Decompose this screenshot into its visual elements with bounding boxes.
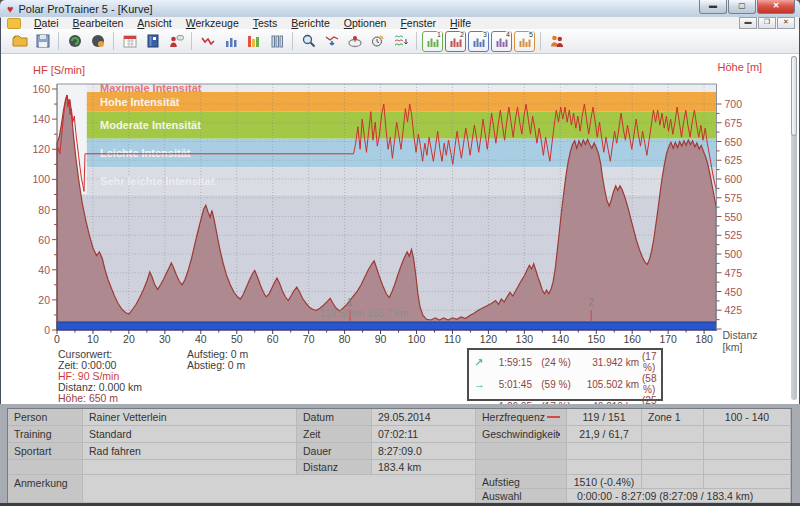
transfer-from-device-button[interactable] [64,31,85,52]
svg-text:50: 50 [231,333,243,345]
lap-annotation: 119 S/min 183.7 km [320,308,408,319]
zoom-1-1-button[interactable] [298,31,319,52]
transfer-to-device-button[interactable] [87,31,108,52]
save-icon [35,33,51,49]
svg-text:150: 150 [587,333,605,345]
empty-cell [704,475,791,489]
svg-text:120: 120 [32,143,50,155]
child-minimize-button[interactable]: ▬ [739,17,757,29]
bar-graph-view-icon [223,33,239,49]
empty-cell [476,460,567,475]
person-info-button[interactable] [165,31,186,52]
child-close-button[interactable]: ✕ [777,17,795,29]
uphill-distance: 31.942 km [576,357,642,368]
multi-curves-button[interactable] [390,31,411,52]
svg-text:140: 140 [32,113,50,125]
curve-view-button[interactable] [197,31,218,52]
bar-graph-view-button[interactable] [220,31,241,52]
maximize-button[interactable]: ▢ [728,0,756,14]
svg-text:40: 40 [195,333,207,345]
menu-fenster[interactable]: Fenster [393,17,443,29]
selection-value: 0:00:00 - 8:27:09 (8:27:09 / 183.4 km) [567,489,791,503]
altitude-axis: 425450475500525550575600625650675700 [717,98,743,329]
distance-axis: 0102030405060708090100110120130140150160… [54,330,713,345]
child-restore-button[interactable]: ❐ [758,17,776,29]
svg-text:100: 100 [32,173,50,185]
save-button[interactable] [32,31,53,52]
empty-cell [642,443,704,460]
menu-berichte[interactable]: Berichte [284,17,337,29]
svg-text:60: 60 [38,234,50,246]
empty-cell [567,460,642,475]
title-bar[interactable]: ♥ Polar ProTrainer 5 - [Kurve] [0,0,800,18]
time-scale-icon [370,33,386,49]
distance-axis-title: Distanz [723,329,758,341]
ascent-value: 1510 (-0.4%) [567,475,642,489]
percent-view-button[interactable] [243,31,264,52]
calendar-icon [122,33,138,49]
svg-text:650: 650 [725,136,743,148]
reduce-curve-button[interactable] [321,31,342,52]
toolbar-separator [416,32,417,50]
diary-button[interactable] [142,31,163,52]
time-value: 07:02:11 [372,426,476,443]
uphill-time-pct: (24 %) [536,357,576,368]
note-value[interactable] [83,475,476,503]
flat-distance-pct: (58 %) [642,373,656,395]
menu-ansicht[interactable]: Ansicht [130,17,178,29]
svg-text:160: 160 [32,83,50,95]
vertical-scrollbar[interactable] [791,56,797,400]
compare-people-button[interactable] [546,31,567,52]
menu-werkzeuge[interactable]: Werkzeuge [179,17,246,29]
svg-text:450: 450 [725,286,743,298]
menu-hilfe[interactable]: Hilfe [443,17,478,29]
menu-tests[interactable]: Tests [246,17,285,29]
speed-value: 21,9 / 61,7 [567,426,642,443]
percent-view-icon [246,33,262,49]
curve-view-icon [200,33,216,49]
training-value: Standard [83,426,297,443]
menu-optionen[interactable]: Optionen [337,17,394,29]
flat-distance: 105.502 km [576,379,642,390]
heart-rate-label: Herzfrequenz [476,409,567,426]
child-window-icon[interactable] [7,18,21,29]
preset-view-3-button[interactable]: 3 [468,31,489,52]
sport-label: Sportart [8,443,83,460]
svg-text:80: 80 [38,204,50,216]
svg-text:550: 550 [725,211,743,223]
open-file-button[interactable] [9,31,30,52]
menu-bearbeiten[interactable]: Bearbeiten [66,17,131,29]
preset-view-4-button[interactable]: 4 [491,31,512,52]
svg-text:140: 140 [552,333,570,345]
transfer-to-device-icon [90,33,106,49]
column-view-button[interactable] [266,31,287,52]
lap-marker-button[interactable] [344,31,365,52]
svg-text:575: 575 [725,192,743,204]
speed-label: Geschwindigkeit [476,426,567,443]
preset-view-2-button[interactable]: 2 [445,31,466,52]
empty-cell [8,460,83,475]
scrollbar-thumb[interactable] [791,56,797,136]
svg-text:40: 40 [38,264,50,276]
time-scale-button[interactable] [367,31,388,52]
close-button[interactable]: ✕ [757,0,795,14]
zoom-1-1-icon [301,33,317,49]
svg-text:675: 675 [725,117,743,129]
lap-marker-label: 1 [347,297,353,308]
svg-text:[km]: [km] [723,341,743,353]
app-window: ♥ Polar ProTrainer 5 - [Kurve] ▬ ▢ ✕ Dat… [0,0,800,506]
svg-text:Sehr leichte Intensität: Sehr leichte Intensität [100,175,215,187]
toolbar-separator [58,32,59,50]
svg-text:170: 170 [659,333,677,345]
climb-values: Aufstieg: 0 m Abstieg: 0 m [187,349,248,371]
empty-cell [83,460,297,475]
minimize-button[interactable]: ▬ [699,0,727,14]
svg-text:70: 70 [303,333,315,345]
preset-view-1-button[interactable]: 1 [422,31,443,52]
lap-marker-icon [347,33,363,49]
preset-view-5-button[interactable]: 5 [514,31,535,52]
toolbar-separator [540,32,541,50]
duration-value: 8:27:09.0 [372,443,476,460]
menu-datei[interactable]: Datei [27,17,66,29]
calendar-button[interactable] [119,31,140,52]
